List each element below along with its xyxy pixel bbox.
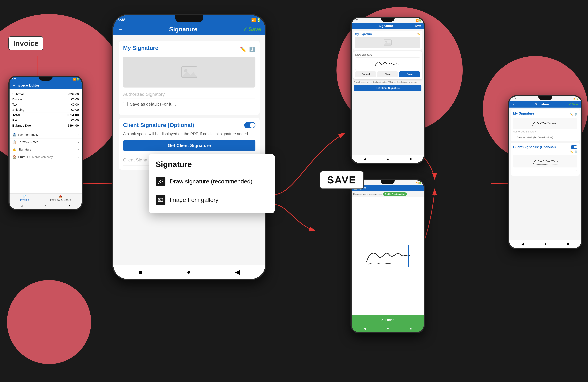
save-label: SAVE [320,171,364,189]
my-sig-header: My Signature ✏️ ⬇️ [123,45,255,54]
final-phone: 3:38 📶🔋 ← Signature ✓ Save My Signature … [508,95,582,249]
download-icon[interactable]: ⬇️ [249,46,255,52]
my-sig-placeholder [355,37,420,48]
paid-row: Paid€0.00 [12,118,79,123]
main-phone-body: My Signature ✏️ ⬇️ Authorized Signatory [113,35,265,265]
cancel-button[interactable]: Cancel [355,71,376,77]
final-sig-image [513,118,577,129]
save-default-checkbox[interactable] [513,136,516,139]
invoice-label: Invoice [8,37,43,50]
draw-signature-option[interactable]: Draw signature (recommended) [156,174,268,189]
final-my-sig-section: My Signature ✏️ 🗑️ Authorized Signatory … [511,109,580,141]
save-sig-button[interactable]: Save [399,71,420,77]
blue-underline [513,173,577,173]
final-client-sig-img [513,155,577,168]
draw-sig-card: Draw signature Cancel Clear Save [353,51,422,79]
tax-row: Tax€0.00 [12,102,79,107]
total-row: Total€394.00 [12,113,79,118]
image-placeholder-icon [181,66,198,78]
gallery-icon [156,195,166,205]
gallery-nav: ◀ ● ■ [352,325,424,332]
balance-due-row: Balance Due€394.00 [12,123,79,128]
draw-sig-phone: 3:38 📶🔋 ← Signature Save My Signature ✏️ [351,17,425,164]
sig-placeholder [123,57,255,88]
invoice-editor-body: Subtotal€394.00 Discount€0.00 Tax€0.00 S… [10,89,82,131]
gallery-notch [381,180,395,184]
subtotal-row: Subtotal€394.00 [12,92,79,97]
svg-marker-6 [158,200,163,202]
main-phone-header: ← Signature ✓ Save [113,23,265,35]
client-sig-toggle[interactable] [244,122,255,128]
draw-sig-nav: ◀ ● ■ [352,155,424,163]
selection-rect [367,245,409,267]
terms-notes-item[interactable]: 📋 Terms & Notes › [10,138,82,146]
bottom-bar-small: 📄 Invoice 📤 Preview & Share ◀ ● ■ [10,193,82,209]
payment-instr-item[interactable]: 🏦 Payment Instr. › [10,131,82,138]
popup-divider [156,191,268,191]
get-client-signature-button[interactable]: Get Client Signature [123,140,255,151]
signature-popup: Signature Draw signature (recommended) I… [149,154,275,213]
done-bar[interactable]: ✓ Done [352,315,424,325]
draw-sig-actions: Cancel Clear Save [355,71,420,77]
my-signature-section: My Signature ✏️ ⬇️ Authorized Signatory [119,41,260,115]
final-client-sig-section: Client Signature (Optional) ✏️ 🗑️ [511,143,580,176]
invoice-tab[interactable]: 📄 Invoice [20,195,29,202]
invoice-editor-header: ← Invoice Editor [10,82,82,89]
client-sig-header: Client Signature (Optional) [123,122,255,128]
sig-drawing [374,59,402,69]
svg-marker-3 [182,71,197,77]
svg-marker-9 [384,42,392,45]
edit-icon[interactable]: ✏️ [240,46,246,52]
image-from-gallery-option[interactable]: Image from gallery [156,192,268,208]
gallery-options-bar: Rectangle size is recommende... Enable F… [352,191,424,197]
final-body: My Signature ✏️ 🗑️ Authorized Signatory … [509,108,581,240]
gallery-phone: 3:38 📶🔋 🔄 ⚙️ ⊞ Rectangle size is recomme… [351,179,425,333]
draw-sig-notch [381,18,395,22]
final-client-sig-toggle[interactable] [571,145,577,149]
final-header: ← Signature ✓ Save [509,101,581,108]
small-phone: 3:38 📶 🔋 ← Invoice Editor Subtotal€394.0… [8,76,83,210]
gallery-image-area [352,197,424,315]
main-phone-notch [175,15,203,22]
final-nav: ◀ ● ■ [509,240,581,248]
blank-space-note: A blank space will be displayed on the P… [354,81,421,84]
final-notch [538,96,552,100]
sig-draw-area[interactable] [355,57,420,70]
nav-bar-small: ◀ ● ■ [10,203,82,209]
get-client-sig-btn-small[interactable]: Get Client Signature [354,85,421,91]
discount-row: Discount€0.00 [12,97,79,102]
preview-share-tab[interactable]: 📤 Preview & Share [50,195,71,202]
from-item[interactable]: 🏠 From GG Mobile company › [10,153,82,161]
bg-circle-2 [7,280,91,364]
my-sig-card: My Signature ✏️ [353,31,422,50]
clear-button[interactable]: Clear [377,71,398,77]
main-phone: 3:38 📶🔋 ← Signature ✓ Save My Signature … [112,14,266,280]
phone-notch-small [39,77,53,81]
save-default-row: Save as default (For fu... [123,102,255,107]
enable-free-selection-btn[interactable]: Enable Free Selection [383,192,407,196]
shipping-row: Shipping€0.00 [12,107,79,113]
draw-icon [156,177,166,186]
draw-sig-body: My Signature ✏️ Draw signature [352,29,424,155]
draw-sig-header: ← Signature Save [352,23,424,29]
main-nav-bar: ■ ● ◀ [113,265,265,279]
svg-point-5 [159,199,160,200]
signature-item[interactable]: ✍️ Signature › [10,146,82,153]
